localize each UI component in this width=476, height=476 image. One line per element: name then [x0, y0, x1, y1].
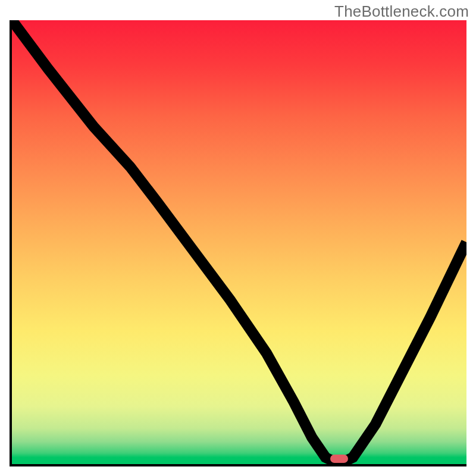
- bottleneck-chart: TheBottleneck.com: [0, 0, 476, 476]
- curve-path: [12, 20, 466, 462]
- target-marker: [330, 455, 348, 463]
- bottleneck-curve: [12, 20, 466, 464]
- plot-area: [10, 20, 466, 466]
- watermark-text: TheBottleneck.com: [334, 2, 469, 21]
